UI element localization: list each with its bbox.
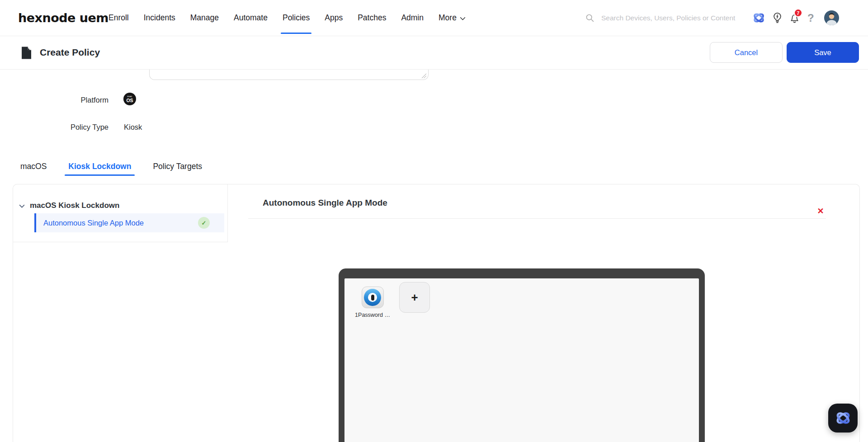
add-app-button[interactable]: +: [399, 282, 430, 313]
save-button[interactable]: Save: [787, 42, 859, 63]
settings-tree: macOS Kiosk Lockdown Autonomous Single A…: [13, 184, 228, 242]
kiosk-lockdown-panel: macOS Kiosk Lockdown Autonomous Single A…: [13, 184, 860, 442]
description-textarea[interactable]: [149, 70, 429, 80]
policy-document-icon: [21, 47, 32, 59]
section-divider: [248, 218, 826, 219]
tree-item-label: Autonomous Single App Mode: [43, 219, 144, 227]
remove-section-icon[interactable]: ✕: [814, 205, 827, 217]
tree-item-autonomous-single-app-mode[interactable]: Autonomous Single App Mode ✓: [34, 213, 224, 232]
nav-item-more[interactable]: More: [439, 13, 466, 23]
hexnode-logo[interactable]: hexnode uem: [18, 0, 108, 36]
tab-kiosk-lockdown[interactable]: Kiosk Lockdown: [68, 161, 131, 171]
notification-count-badge[interactable]: 7: [794, 9, 802, 17]
nav-item-apps[interactable]: Apps: [325, 13, 343, 23]
top-navigation-bar: hexnode uem Enroll Incidents Manage Auto…: [0, 0, 868, 36]
global-search: [585, 0, 739, 36]
policy-type-value: Kiosk: [124, 123, 142, 132]
create-policy-header: Create Policy Cancel Save: [0, 36, 868, 70]
nav-item-automate[interactable]: Automate: [234, 13, 268, 23]
nav-item-policies[interactable]: Policies: [283, 13, 310, 23]
hexnode-mark-icon[interactable]: [751, 0, 766, 36]
whats-new-bulb-icon[interactable]: [771, 0, 783, 36]
platform-label: Platform: [59, 96, 108, 104]
section-heading: Autonomous Single App Mode: [263, 198, 387, 208]
nav-item-patches[interactable]: Patches: [358, 13, 386, 23]
hexnode-uem-app: hexnode uem Enroll Incidents Manage Auto…: [0, 0, 868, 442]
tab-policy-targets[interactable]: Policy Targets: [153, 161, 202, 171]
search-icon: [585, 13, 594, 23]
tree-root-label: macOS Kiosk Lockdown: [30, 201, 119, 210]
policy-tabs: macOS Kiosk Lockdown Policy Targets: [20, 161, 202, 171]
hexnode-chat-widget[interactable]: [828, 404, 858, 433]
search-input[interactable]: [601, 14, 739, 22]
help-icon[interactable]: ?: [807, 0, 814, 36]
chevron-down-icon: [19, 204, 25, 208]
chevron-down-icon: [460, 17, 466, 21]
hexnode-knot-icon: [834, 409, 853, 428]
user-avatar[interactable]: [824, 0, 840, 36]
nav-item-admin[interactable]: Admin: [401, 13, 424, 23]
kiosk-app-label: 1Password …: [355, 312, 390, 318]
main-menu: Enroll Incidents Manage Automate Policie…: [108, 0, 466, 36]
notifications-bell-icon[interactable]: [788, 0, 801, 36]
device-screen: 1Password … +: [344, 278, 699, 442]
nav-item-incidents[interactable]: Incidents: [144, 13, 175, 23]
cancel-button[interactable]: Cancel: [710, 42, 783, 63]
policy-type-label: Policy Type: [59, 123, 108, 132]
macos-platform-icon: mac OS: [123, 93, 136, 105]
tab-macos[interactable]: macOS: [20, 161, 47, 171]
device-frame: 1Password … +: [339, 268, 705, 442]
tree-root-macos-kiosk-lockdown[interactable]: macOS Kiosk Lockdown: [19, 201, 119, 210]
kiosk-app-1password[interactable]: 1Password …: [352, 287, 393, 318]
nav-item-manage[interactable]: Manage: [190, 13, 219, 23]
resize-handle-icon[interactable]: [422, 74, 426, 78]
1password-app-icon: [362, 287, 384, 308]
page-title: Create Policy: [40, 36, 100, 69]
configured-check-icon: ✓: [198, 217, 210, 229]
nav-item-enroll[interactable]: Enroll: [108, 13, 129, 23]
